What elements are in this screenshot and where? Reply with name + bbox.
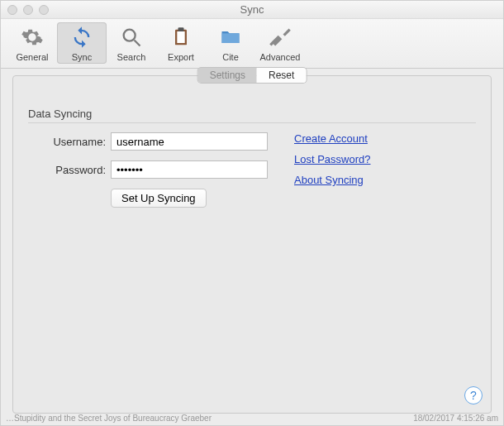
titlebar: Sync [1, 1, 503, 19]
folder-icon [206, 24, 255, 50]
toolbar-general[interactable]: General [7, 22, 57, 64]
password-input[interactable] [111, 160, 268, 179]
toolbar-label: General [7, 52, 57, 62]
minimize-window-icon[interactable] [23, 5, 33, 15]
toolbar-sync[interactable]: Sync [57, 22, 107, 64]
zoom-window-icon[interactable] [39, 5, 49, 15]
password-label: Password: [35, 164, 106, 176]
sync-icon [57, 24, 107, 50]
lost-password-link[interactable]: Lost Password? [294, 153, 371, 165]
tools-icon [255, 24, 305, 50]
gear-icon [7, 24, 57, 50]
sync-links: Create Account Lost Password? About Sync… [294, 132, 371, 186]
sync-form: Username: Password: Set Up Syncing [35, 132, 268, 208]
bg-left-text: …Stupidity and the Secret Joys of Bureau… [6, 414, 212, 425]
content-panel: Settings Reset Data Syncing Username: Pa… [12, 75, 492, 414]
about-syncing-link[interactable]: About Syncing [294, 174, 371, 186]
setup-syncing-button[interactable]: Set Up Syncing [111, 189, 207, 208]
background-window-strip: …Stupidity and the Secret Joys of Bureau… [1, 414, 503, 425]
tab-settings[interactable]: Settings [198, 68, 257, 83]
toolbar-label: Export [156, 52, 206, 62]
help-button[interactable]: ? [464, 386, 483, 404]
toolbar-label: Sync [57, 52, 107, 62]
section-title: Data Syncing [28, 108, 92, 120]
username-input[interactable] [111, 132, 268, 151]
svg-point-0 [124, 30, 136, 41]
clipboard-icon [156, 24, 206, 50]
window-title: Sync [7, 3, 497, 16]
search-icon [107, 24, 156, 50]
toolbar-advanced[interactable]: Advanced [255, 22, 305, 64]
toolbar-label: Cite [206, 52, 255, 62]
username-label: Username: [35, 136, 106, 148]
divider [28, 122, 476, 123]
window-controls [7, 5, 49, 15]
toolbar-cite[interactable]: Cite [206, 22, 255, 64]
toolbar-label: Search [107, 52, 156, 62]
tab-reset[interactable]: Reset [257, 68, 306, 83]
toolbar-export[interactable]: Export [156, 22, 206, 64]
tab-switcher: Settings Reset [198, 68, 307, 83]
create-account-link[interactable]: Create Account [294, 132, 371, 145]
svg-rect-4 [178, 27, 184, 31]
close-window-icon[interactable] [7, 5, 17, 15]
toolbar: General Sync Search Export Cite [1, 19, 503, 69]
svg-rect-3 [177, 31, 184, 43]
bg-right-text: 18/02/2017 4:15:26 am [413, 414, 498, 425]
toolbar-label: Advanced [255, 52, 305, 62]
toolbar-search[interactable]: Search [107, 22, 156, 64]
preferences-window: Sync General Sync Search Export [0, 0, 504, 426]
help-icon: ? [470, 389, 477, 402]
svg-line-1 [135, 41, 140, 46]
